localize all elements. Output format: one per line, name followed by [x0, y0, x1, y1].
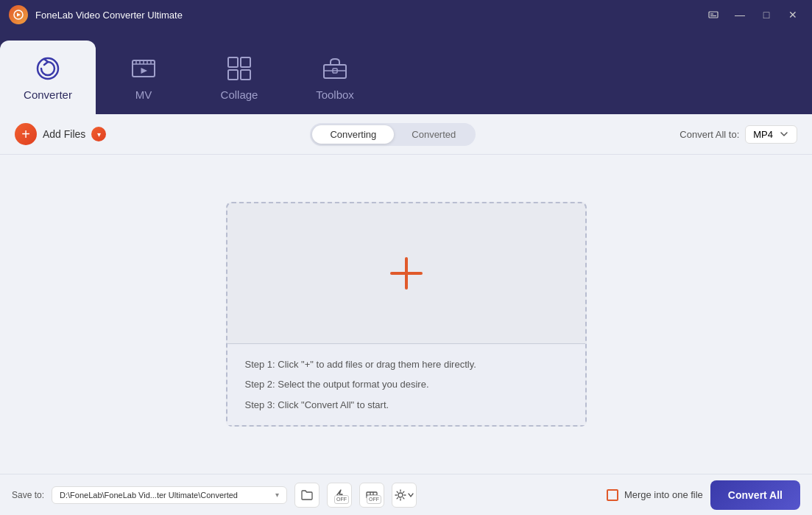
minimize-button[interactable]: — — [730, 4, 750, 25]
format-dropdown-icon — [779, 129, 789, 139]
converted-tab[interactable]: Converted — [394, 125, 473, 144]
nav-tabs: Converter MV Collage — [0, 29, 812, 114]
collage-icon — [225, 55, 253, 83]
folder-icon — [300, 488, 314, 502]
svg-rect-7 — [241, 57, 250, 67]
svg-rect-1 — [709, 12, 718, 18]
format-select[interactable]: MP4 — [745, 125, 797, 144]
add-files-button[interactable]: + Add Files ▾ — [15, 123, 106, 145]
save-path-dropdown-icon: ▾ — [275, 491, 279, 499]
tab-collage[interactable]: Collage — [191, 41, 287, 114]
app-logo — [9, 5, 28, 24]
title-bar: FoneLab Video Converter Ultimate — □ ✕ — [0, 0, 812, 29]
gear-icon — [394, 488, 407, 502]
merge-checkbox[interactable] — [607, 489, 618, 501]
drop-zone-plus-icon — [384, 251, 428, 295]
svg-point-19 — [398, 493, 403, 497]
close-button[interactable]: ✕ — [783, 4, 803, 25]
bottom-bar: Save to: D:\FoneLab\FoneLab Vid...ter Ul… — [0, 474, 812, 515]
convert-all-button[interactable]: Convert All — [710, 480, 800, 510]
converter-icon — [34, 55, 62, 83]
main-zone: Step 1: Click "+" to add files or drag t… — [0, 155, 812, 474]
sub-header: + Add Files ▾ Converting Converted Conve… — [0, 114, 812, 155]
add-files-plus-icon: + — [15, 123, 37, 145]
instruction-step1: Step 1: Click "+" to add files or drag t… — [245, 357, 568, 372]
converting-tab[interactable]: Converting — [312, 125, 394, 144]
browse-folder-button[interactable] — [294, 483, 319, 508]
toolbox-icon — [321, 55, 349, 83]
drop-zone-plus-area[interactable] — [227, 203, 585, 343]
maximize-button[interactable]: □ — [756, 4, 777, 25]
settings-button[interactable] — [392, 483, 417, 508]
mv-icon — [130, 55, 158, 83]
save-to-label: Save to: — [12, 490, 44, 500]
content-area: + Add Files ▾ Converting Converted Conve… — [0, 114, 812, 474]
drop-zone[interactable]: Step 1: Click "+" to add files or drag t… — [226, 202, 587, 427]
instruction-step2: Step 2: Select the output format you des… — [245, 377, 568, 392]
drop-zone-instructions: Step 1: Click "+" to add files or drag t… — [227, 343, 585, 426]
tab-converter[interactable]: Converter — [0, 41, 96, 114]
acceleration-button[interactable]: OFF — [327, 483, 352, 508]
svg-rect-10 — [324, 65, 346, 78]
format-value: MP4 — [753, 129, 773, 140]
tab-toolbox[interactable]: Toolbox — [287, 41, 383, 114]
view-tab-group: Converting Converted — [310, 123, 476, 146]
acceleration-icon-wrapper: OFF — [333, 488, 346, 502]
tab-mv-label: MV — [135, 88, 152, 101]
svg-rect-9 — [241, 70, 250, 80]
convert-all-to-label: Convert All to: — [679, 129, 739, 140]
merge-section: Merge into one file — [607, 489, 703, 501]
trim-icon-wrapper: OFF — [365, 488, 378, 502]
add-files-dropdown-icon[interactable]: ▾ — [91, 127, 106, 141]
merge-label: Merge into one file — [624, 489, 703, 500]
tab-collage-label: Collage — [221, 88, 258, 101]
captions-button[interactable] — [703, 4, 724, 25]
window-controls: — □ ✕ — [703, 4, 803, 25]
acceleration-off-badge: OFF — [334, 495, 349, 504]
add-files-label: Add Files — [43, 128, 85, 140]
instruction-step3: Step 3: Click "Convert All" to start. — [245, 398, 568, 413]
trim-button[interactable]: OFF — [359, 483, 384, 508]
save-path-select[interactable]: D:\FoneLab\FoneLab Vid...ter Ultimate\Co… — [52, 486, 287, 504]
tab-converter-label: Converter — [24, 88, 72, 101]
tab-toolbox-label: Toolbox — [316, 88, 354, 101]
svg-rect-6 — [228, 57, 238, 67]
trim-off-badge: OFF — [367, 495, 381, 504]
gear-dropdown-icon — [407, 491, 414, 499]
svg-rect-8 — [228, 70, 238, 80]
tab-mv[interactable]: MV — [96, 41, 191, 114]
save-path-text: D:\FoneLab\FoneLab Vid...ter Ultimate\Co… — [60, 491, 271, 500]
app-title: FoneLab Video Converter Ultimate — [35, 10, 703, 21]
